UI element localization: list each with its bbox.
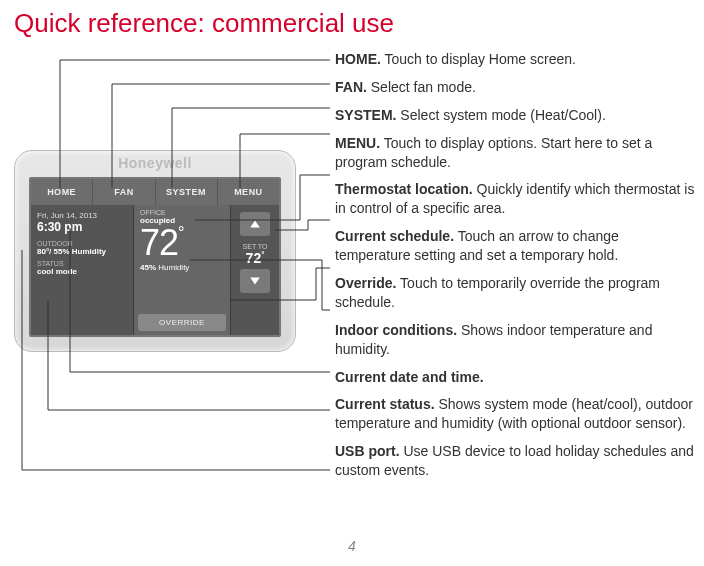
status-value: cool mode bbox=[37, 267, 127, 276]
desc-system: SYSTEM. Select system mode (Heat/Cool). bbox=[335, 106, 695, 125]
set-to-label: SET TO bbox=[243, 243, 268, 250]
desc-datetime: Current date and time. bbox=[335, 368, 695, 387]
thermostat-device: Honeywell HOME FAN SYSTEM MENU Fri, Jun … bbox=[14, 150, 296, 352]
indoor-panel: OFFICE occupied 72° 45% Humidity OVERRID… bbox=[134, 205, 231, 335]
thermostat-screen: HOME FAN SYSTEM MENU Fri, Jun 14, 2013 6… bbox=[29, 177, 281, 337]
chevron-down-icon bbox=[249, 275, 261, 287]
desc-indoor: Indoor conditions. Shows indoor temperat… bbox=[335, 321, 695, 359]
degree-icon: ° bbox=[261, 250, 264, 259]
outdoor-value: 80°/ 55% Humidity bbox=[37, 247, 127, 256]
override-button[interactable]: OVERRIDE bbox=[138, 314, 226, 331]
chevron-up-icon bbox=[249, 218, 261, 230]
date-text: Fri, Jun 14, 2013 bbox=[37, 211, 127, 220]
set-to-display: SET TO 72° bbox=[243, 243, 268, 266]
desc-override: Override. Touch to temporarily override … bbox=[335, 274, 695, 312]
desc-status: Current status. Shows system mode (heat/… bbox=[335, 395, 695, 433]
indoor-temp: 72° bbox=[140, 225, 224, 261]
desc-fan: FAN. Select fan mode. bbox=[335, 78, 695, 97]
status-label: STATUS bbox=[37, 260, 127, 267]
desc-menu: MENU. Touch to display options. Start he… bbox=[335, 134, 695, 172]
tab-system[interactable]: SYSTEM bbox=[156, 179, 218, 205]
desc-location: Thermostat location. Quickly identify wh… bbox=[335, 180, 695, 218]
outdoor-label: OUTDOOR bbox=[37, 240, 127, 247]
tab-bar: HOME FAN SYSTEM MENU bbox=[31, 179, 279, 205]
tab-menu[interactable]: MENU bbox=[218, 179, 279, 205]
tab-fan[interactable]: FAN bbox=[93, 179, 155, 205]
desc-home: HOME. Touch to display Home screen. bbox=[335, 50, 695, 69]
humidity-value: 45% bbox=[140, 263, 156, 272]
setpoint-panel: SET TO 72° bbox=[231, 205, 279, 335]
set-to-value: 72 bbox=[246, 250, 262, 266]
page-number: 4 bbox=[0, 538, 704, 554]
temp-up-button[interactable] bbox=[240, 212, 270, 236]
time-text: 6:30 pm bbox=[37, 220, 127, 234]
status-panel: Fri, Jun 14, 2013 6:30 pm OUTDOOR 80°/ 5… bbox=[31, 205, 134, 335]
brand-logo: Honeywell bbox=[15, 155, 295, 171]
humidity-label: Humidity bbox=[158, 263, 189, 272]
desc-usb: USB port. Use USB device to load holiday… bbox=[335, 442, 695, 480]
description-column: HOME. Touch to display Home screen. FAN.… bbox=[335, 50, 695, 489]
degree-icon: ° bbox=[178, 224, 183, 241]
desc-schedule: Current schedule. Touch an arrow to chan… bbox=[335, 227, 695, 265]
page-title: Quick reference: commercial use bbox=[14, 8, 704, 39]
tab-home[interactable]: HOME bbox=[31, 179, 93, 205]
temp-down-button[interactable] bbox=[240, 269, 270, 293]
indoor-humidity: 45% Humidity bbox=[140, 263, 224, 272]
location-label: OFFICE bbox=[140, 209, 224, 216]
indoor-temp-value: 72 bbox=[140, 222, 178, 263]
